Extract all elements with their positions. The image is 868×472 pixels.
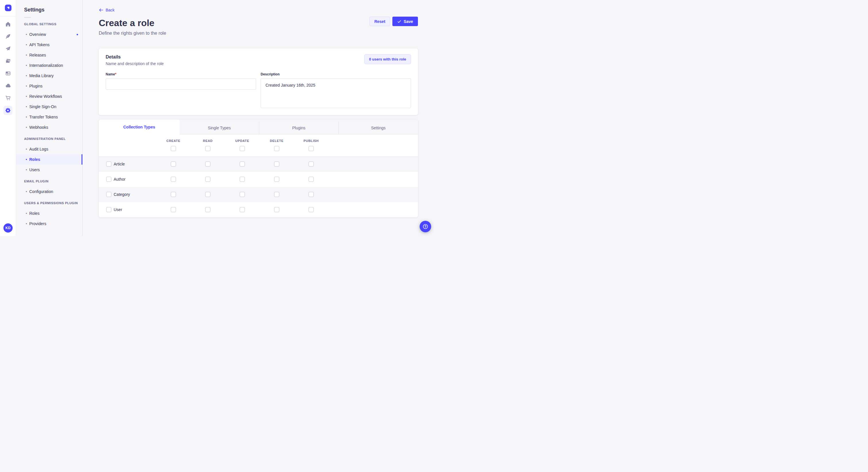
header-actions: Reset Save [369, 16, 418, 26]
deploy-cloud-icon[interactable] [3, 81, 12, 90]
bullet-icon [26, 34, 27, 35]
required-asterisk: * [115, 72, 117, 76]
category-read-checkbox[interactable] [205, 192, 210, 197]
strapi-logo[interactable] [5, 5, 11, 11]
bullet-icon [26, 169, 27, 170]
category-update-checkbox[interactable] [240, 192, 245, 197]
author-publish-checkbox[interactable] [309, 177, 314, 182]
sidebar-item-label: Releases [29, 53, 46, 57]
sidebar-item-webhooks[interactable]: Webhooks [16, 122, 82, 133]
user-create-checkbox[interactable] [171, 207, 176, 212]
sidebar-item-label: Plugins [29, 84, 42, 88]
media-library-icon[interactable] [3, 57, 12, 66]
sidebar-item-media-library[interactable]: Media Library [16, 71, 82, 81]
bullet-icon [26, 159, 27, 160]
article-publish-checkbox[interactable] [309, 162, 314, 167]
row-label: User [114, 207, 122, 212]
rail-divider [0, 16, 16, 16]
author-update-checkbox[interactable] [240, 177, 245, 182]
sidebar-item-label: Review Workflows [29, 94, 62, 99]
sidebar-item-audit-logs[interactable]: Audit Logs [16, 144, 82, 154]
select-all-read-checkbox[interactable] [205, 146, 210, 151]
row-article-checkbox[interactable] [106, 162, 112, 167]
article-read-checkbox[interactable] [205, 162, 210, 167]
details-card: Details Name and description of the role… [99, 48, 418, 115]
select-all-publish-checkbox[interactable] [309, 146, 314, 151]
content-manager-icon[interactable] [3, 32, 12, 41]
nav-list-global: Overview API Tokens Releases Internation… [16, 29, 82, 133]
user-delete-checkbox[interactable] [274, 207, 279, 212]
user-avatar[interactable]: KD [3, 224, 12, 233]
sidebar-item-label: Roles [29, 211, 40, 216]
save-button[interactable]: Save [392, 16, 418, 26]
article-create-checkbox[interactable] [171, 162, 176, 167]
article-delete-checkbox[interactable] [274, 162, 279, 167]
author-read-checkbox[interactable] [205, 177, 210, 182]
content-type-builder-icon[interactable] [3, 69, 12, 78]
sidebar-item-overview[interactable]: Overview [16, 29, 82, 40]
user-publish-checkbox[interactable] [309, 207, 314, 212]
sidebar-item-label: Webhooks [29, 125, 48, 130]
releases-icon[interactable] [3, 44, 12, 53]
sidebar-item-releases[interactable]: Releases [16, 50, 82, 60]
sidebar-item-label: API Tokens [29, 42, 50, 47]
tab-settings[interactable]: Settings [338, 122, 418, 134]
article-update-checkbox[interactable] [240, 162, 245, 167]
table-row-author: Author [99, 172, 418, 187]
help-button[interactable] [420, 221, 431, 232]
column-header-read: READ [191, 139, 225, 142]
row-label: Article [114, 162, 125, 166]
user-read-checkbox[interactable] [205, 207, 210, 212]
sidebar-item-transfer-tokens[interactable]: Transfer Tokens [16, 112, 82, 122]
sidebar-item-plugins[interactable]: Plugins [16, 81, 82, 91]
sidebar-item-label: Overview [29, 32, 46, 37]
select-all-create-checkbox[interactable] [171, 146, 176, 151]
section-users-permissions-plugin: USERS & PERMISSIONS PLUGIN [24, 201, 82, 205]
sidebar-item-label: Audit Logs [29, 147, 48, 151]
settings-subnav: Settings GLOBAL SETTINGS Overview API To… [16, 0, 83, 236]
category-create-checkbox[interactable] [171, 192, 176, 197]
sidebar-item-providers[interactable]: Providers [16, 218, 82, 229]
category-publish-checkbox[interactable] [309, 192, 314, 197]
subnav-title: Settings [24, 7, 82, 13]
sidebar-item-users[interactable]: Users [16, 165, 82, 175]
sidebar-item-label: Providers [29, 222, 46, 226]
description-textarea[interactable]: Created January 16th, 2025 [260, 78, 411, 108]
author-create-checkbox[interactable] [171, 177, 176, 182]
tab-collection-types[interactable]: Collection Types [99, 120, 180, 134]
back-arrow-icon [99, 8, 103, 12]
bullet-icon [26, 86, 27, 87]
tab-single-types[interactable]: Single Types [180, 122, 259, 134]
name-label-text: Name [105, 72, 115, 76]
column-header-update: UPDATE [225, 139, 259, 142]
user-update-checkbox[interactable] [240, 207, 245, 212]
bullet-icon [26, 106, 27, 107]
home-icon[interactable] [3, 20, 12, 29]
icon-rail: KD [0, 0, 16, 236]
row-user-checkbox[interactable] [106, 207, 112, 212]
marketplace-cart-icon[interactable] [3, 94, 12, 103]
row-author-checkbox[interactable] [106, 177, 112, 182]
row-user-first-cell: User [99, 207, 156, 212]
users-with-role-button[interactable]: 0 users with this role [364, 54, 411, 64]
sidebar-item-review-workflows[interactable]: Review Workflows [16, 91, 82, 102]
category-delete-checkbox[interactable] [274, 192, 279, 197]
sidebar-item-up-roles[interactable]: Roles [16, 208, 82, 218]
tab-plugins[interactable]: Plugins [259, 122, 338, 134]
settings-gear-icon[interactable] [3, 106, 12, 115]
sidebar-item-roles-active[interactable]: Roles [16, 154, 82, 165]
column-header-create: CREATE [156, 139, 191, 142]
reset-button[interactable]: Reset [369, 16, 390, 26]
sidebar-item-single-sign-on[interactable]: Single Sign-On [16, 102, 82, 112]
row-category-checkbox[interactable] [106, 192, 112, 197]
select-all-update-checkbox[interactable] [240, 146, 245, 151]
back-link[interactable]: Back [99, 7, 115, 12]
sidebar-item-api-tokens[interactable]: API Tokens [16, 40, 82, 50]
sidebar-item-internationalization[interactable]: Internationalization [16, 60, 82, 71]
name-input[interactable] [105, 78, 256, 90]
select-all-delete-checkbox[interactable] [274, 146, 279, 151]
author-delete-checkbox[interactable] [274, 177, 279, 182]
sidebar-item-configuration[interactable]: Configuration [16, 187, 82, 197]
bullet-icon [26, 213, 27, 214]
bullet-icon [26, 44, 27, 45]
